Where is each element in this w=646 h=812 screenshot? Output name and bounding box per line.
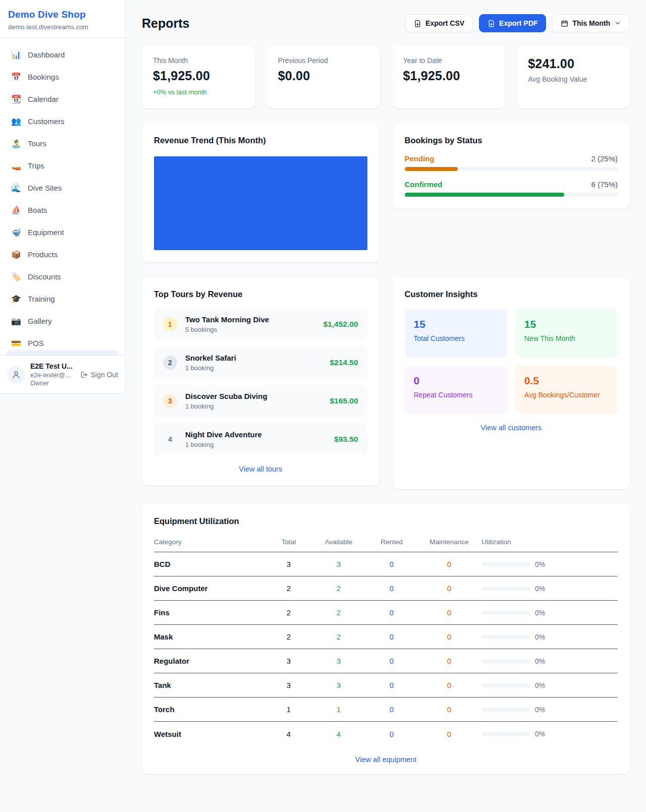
rank-badge: 3 xyxy=(163,394,177,408)
rank-badge: 4 xyxy=(163,432,177,446)
calendar-icon xyxy=(561,20,568,27)
cell-utilization: 0% xyxy=(481,585,618,593)
sidebar-item-customers[interactable]: 👥 Customers xyxy=(6,112,119,131)
status-row: Pending 2 (25%) xyxy=(405,154,618,171)
sidebar-item-training[interactable]: 🎓 Training xyxy=(6,289,119,308)
sidebar-item-label: Gallery xyxy=(28,317,52,325)
insight-label: New This Month xyxy=(524,334,609,342)
utilization-bar xyxy=(481,587,530,591)
cell-rented: 0 xyxy=(366,608,417,617)
sign-out-button[interactable]: Sign Out xyxy=(80,371,118,379)
icon-trips: 🚤 xyxy=(11,161,21,170)
table-row: Fins 2 2 0 0 0% xyxy=(154,601,618,625)
shop-domain: demo.test.divestreams.com xyxy=(8,23,117,31)
icon-pos: 💳 xyxy=(11,338,21,348)
insights-row: Top Tours by Revenue 1 Two Tank Morning … xyxy=(142,277,630,489)
cell-maintenance: 0 xyxy=(417,657,481,665)
cell-maintenance: 0 xyxy=(417,560,481,568)
shop-name: Demo Dive Shop xyxy=(8,9,117,20)
col-maintenance: Maintenance xyxy=(417,538,481,546)
revenue-trend-chart xyxy=(154,156,367,250)
cell-rented: 0 xyxy=(366,560,417,568)
avatar xyxy=(7,366,25,384)
export-pdf-button[interactable]: Export PDF xyxy=(479,14,546,32)
tour-row[interactable]: 3 Discover Scuba Diving 1 booking $165.0… xyxy=(154,385,367,417)
sidebar-item-bookings[interactable]: 📅 Bookings xyxy=(6,68,119,86)
cell-utilization: 0% xyxy=(481,730,618,738)
cell-total: 4 xyxy=(266,730,311,738)
chevron-down-icon xyxy=(614,20,621,27)
sidebar-item-label: Equipment xyxy=(28,228,64,237)
cell-total: 2 xyxy=(266,632,311,641)
cell-total: 2 xyxy=(266,608,311,617)
table-row: Torch 1 1 0 0 0% xyxy=(154,698,618,722)
status-row: Confirmed 6 (75%) xyxy=(405,180,618,197)
insight-label: Total Customers xyxy=(414,334,498,342)
stats-row: This Month $1,925.00 +0% vs last month P… xyxy=(142,45,630,108)
tour-amount: $214.50 xyxy=(330,358,358,367)
tour-row[interactable]: 4 Night Dive Adventure 1 booking $93.50 xyxy=(154,423,367,455)
col-utilization: Utilization xyxy=(481,538,618,546)
sidebar-item-boats[interactable]: ⛵ Boats xyxy=(6,201,119,219)
stat-label: Year to Date xyxy=(403,56,494,65)
sidebar-item-equipment[interactable]: 🤿 Equipment xyxy=(6,223,119,242)
tour-bookings: 1 booking xyxy=(185,364,236,372)
cell-total: 3 xyxy=(266,560,311,568)
stat-card-year-to-date: Year to Date $1,925.00 xyxy=(392,45,505,108)
insight-value: 0 xyxy=(414,375,498,387)
sidebar-item-products[interactable]: 📦 Products xyxy=(6,245,119,264)
insight-tile: 0 Repeat Customers xyxy=(405,366,507,414)
utilization-text: 0% xyxy=(535,585,545,593)
period-select[interactable]: This Month xyxy=(552,14,630,32)
sidebar-item-tours[interactable]: 🏝️ Tours xyxy=(6,134,119,153)
tour-amount: $165.00 xyxy=(330,396,358,405)
sidebar-nav: 📊 Dashboard 📅 Bookings 📆 Calendar 👥 Cust… xyxy=(0,38,125,355)
top-tours-panel: Top Tours by Revenue 1 Two Tank Morning … xyxy=(142,277,380,486)
view-all-tours-link[interactable]: View all tours xyxy=(239,465,282,473)
cell-total: 1 xyxy=(266,705,311,714)
insight-value: 0.5 xyxy=(524,375,609,387)
rank-badge: 2 xyxy=(163,356,177,370)
cell-utilization: 0% xyxy=(481,609,618,617)
sidebar-item-trips[interactable]: 🚤 Trips xyxy=(6,156,119,175)
icon-customers: 👥 xyxy=(11,117,21,126)
tour-row[interactable]: 1 Two Tank Morning Dive 5 bookings $1,45… xyxy=(154,308,367,340)
utilization-text: 0% xyxy=(535,681,545,689)
icon-tours: 🏝️ xyxy=(11,139,21,148)
panel-title: Equipment Utilization xyxy=(154,516,618,526)
insight-value: 15 xyxy=(414,318,498,330)
icon-bookings: 📅 xyxy=(11,72,21,82)
tour-bookings: 1 booking xyxy=(185,402,267,410)
sidebar-item-discounts[interactable]: 🏷️ Discounts xyxy=(6,267,119,286)
col-available: Available xyxy=(311,538,366,546)
view-all-equipment-link[interactable]: View all equipment xyxy=(355,756,416,764)
table-row: Tank 3 3 0 0 0% xyxy=(154,673,618,698)
sidebar-item-dashboard[interactable]: 📊 Dashboard xyxy=(6,45,119,64)
sidebar-item-dive-sites[interactable]: 🌊 Dive Sites xyxy=(6,179,119,197)
cell-total: 3 xyxy=(266,681,311,689)
status-track xyxy=(405,167,618,171)
view-all-customers-link[interactable]: View all customers xyxy=(480,424,542,432)
cell-maintenance: 0 xyxy=(417,705,481,714)
panel-title: Customer Insights xyxy=(405,289,618,299)
status-label: Pending xyxy=(405,154,435,163)
tour-name: Discover Scuba Diving xyxy=(185,392,267,400)
sidebar-item-calendar[interactable]: 📆 Calendar xyxy=(6,90,119,108)
sidebar-item-gallery[interactable]: 📷 Gallery xyxy=(6,312,119,330)
export-csv-button[interactable]: Export CSV xyxy=(405,14,473,32)
icon-products: 📦 xyxy=(11,250,21,259)
tour-name: Night Dive Adventure xyxy=(185,430,262,439)
icon-gallery: 📷 xyxy=(11,316,21,326)
file-download-icon xyxy=(414,20,421,27)
panel-title: Bookings by Status xyxy=(405,136,618,145)
sidebar-item-label: Dashboard xyxy=(28,50,65,59)
cell-maintenance: 0 xyxy=(417,681,481,689)
cell-available: 3 xyxy=(311,657,366,665)
cell-rented: 0 xyxy=(366,657,417,665)
header-actions: Export CSV Export PDF This Month xyxy=(405,14,630,32)
tour-bookings: 5 bookings xyxy=(185,326,269,333)
tour-row[interactable]: 2 Snorkel Safari 1 booking $214.50 xyxy=(154,346,367,379)
icon-dive-sites: 🌊 xyxy=(11,183,21,193)
main-content: Reports Export CSV Export PDF xyxy=(126,0,646,804)
sidebar-item-label: Dive Sites xyxy=(28,184,62,192)
